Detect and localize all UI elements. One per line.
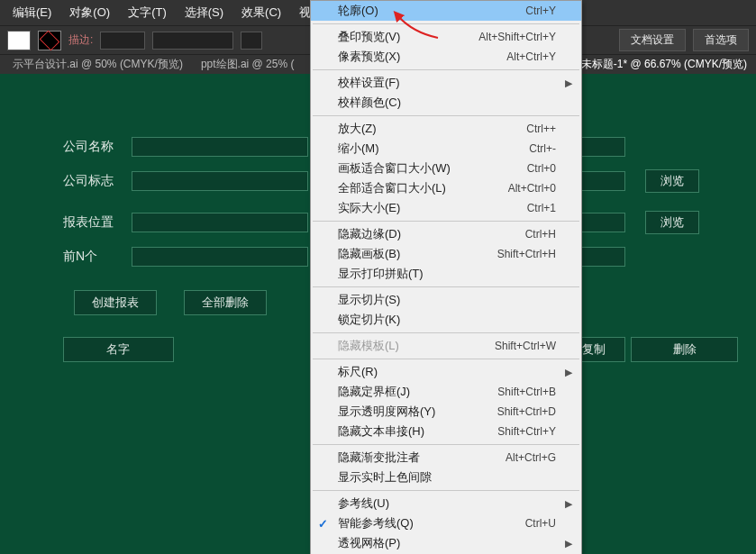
menu-item-outline[interactable]: 轮廓(O)Ctrl+Y bbox=[311, 1, 581, 21]
tab-doc2[interactable]: ppt绘图.ai @ 25% ( bbox=[192, 57, 304, 72]
input-company-name[interactable] bbox=[132, 137, 308, 157]
menu-item-fit-artboard[interactable]: 画板适合窗口大小(W)Ctrl+0 bbox=[311, 159, 581, 178]
menu-item-hide-gradient[interactable]: 隐藏渐变批注者Alt+Ctrl+G bbox=[311, 448, 581, 468]
menu-item-lock-slices[interactable]: 锁定切片(K) bbox=[311, 310, 581, 330]
label-top-n: 前N个 bbox=[63, 249, 123, 265]
menu-item-show-live-paint[interactable]: 显示实时上色间隙 bbox=[311, 468, 581, 487]
menu-text[interactable]: 文字(T) bbox=[119, 5, 176, 21]
menu-item-perspective-grid[interactable]: 透视网格(P)▶ bbox=[311, 533, 581, 553]
label-company-logo: 公司标志 bbox=[63, 173, 123, 189]
prefs-button[interactable]: 首选项 bbox=[693, 29, 749, 51]
input-company-logo[interactable] bbox=[132, 171, 308, 191]
check-icon: ✓ bbox=[318, 517, 328, 531]
col-delete: 删除 bbox=[631, 337, 738, 362]
opacity-select[interactable] bbox=[241, 32, 262, 50]
browse-button-1[interactable]: 浏览 bbox=[645, 169, 699, 193]
menu-item-overprint[interactable]: 叠印预览(V)Alt+Shift+Ctrl+Y bbox=[311, 27, 581, 47]
brush-select[interactable] bbox=[152, 32, 233, 50]
menu-item-show-slices[interactable]: 显示切片(S) bbox=[311, 290, 581, 310]
menu-item-guides[interactable]: 参考线(U)▶ bbox=[311, 494, 581, 513]
menu-item-actual-size[interactable]: 实际大小(E)Ctrl+1 bbox=[311, 198, 581, 218]
input-top-n[interactable] bbox=[132, 247, 308, 267]
label-company-name: 公司名称 bbox=[63, 139, 123, 155]
menu-item-proof-colors[interactable]: 校样颜色(C) bbox=[311, 93, 581, 113]
tab-doc1[interactable]: 示平台设计.ai @ 50% (CMYK/预览) bbox=[4, 57, 192, 72]
menu-item-proof-setup[interactable]: 校样设置(F)▶ bbox=[311, 73, 581, 93]
submenu-arrow-icon: ▶ bbox=[565, 367, 572, 378]
submenu-arrow-icon: ▶ bbox=[565, 77, 572, 89]
menu-item-show-tiling[interactable]: 显示打印拼贴(T) bbox=[311, 264, 581, 284]
menu-item-hide-bbox[interactable]: 隐藏定界框(J)Shift+Ctrl+B bbox=[311, 382, 581, 402]
menu-select[interactable]: 选择(S) bbox=[176, 5, 232, 21]
menu-object[interactable]: 对象(O) bbox=[60, 5, 119, 21]
stroke-weight-select[interactable] bbox=[100, 32, 145, 50]
menu-item-smart-guides[interactable]: ✓智能参考线(Q)Ctrl+U bbox=[311, 513, 581, 533]
menu-item-hide-thread[interactable]: 隐藏文本串接(H)Shift+Ctrl+Y bbox=[311, 422, 581, 441]
menu-edit[interactable]: 编辑(E) bbox=[4, 5, 60, 21]
col-name: 名字 bbox=[63, 337, 174, 362]
label-report-pos: 报表位置 bbox=[63, 214, 123, 231]
menu-item-fit-all[interactable]: 全部适合窗口大小(L)Alt+Ctrl+0 bbox=[311, 178, 581, 198]
stroke-label: 描边: bbox=[68, 32, 93, 48]
menu-item-rulers[interactable]: 标尺(R)▶ bbox=[311, 362, 581, 382]
fill-swatch[interactable] bbox=[7, 31, 31, 50]
input-report-pos[interactable] bbox=[132, 213, 308, 232]
stroke-swatch[interactable] bbox=[38, 31, 61, 50]
menu-item-hide-edges[interactable]: 隐藏边缘(D)Ctrl+H bbox=[311, 224, 581, 244]
create-report-button[interactable]: 创建报表 bbox=[74, 290, 157, 315]
menu-item-zoom-in[interactable]: 放大(Z)Ctrl++ bbox=[311, 119, 581, 139]
menu-item-pixel[interactable]: 像素预览(X)Alt+Ctrl+Y bbox=[311, 47, 581, 67]
delete-all-button[interactable]: 全部删除 bbox=[184, 290, 267, 315]
menu-item-show-transparency[interactable]: 显示透明度网格(Y)Shift+Ctrl+D bbox=[311, 402, 581, 422]
tab-doc3[interactable]: 未标题-1* @ 66.67% (CMYK/预览) bbox=[572, 57, 756, 72]
submenu-arrow-icon: ▶ bbox=[565, 498, 572, 510]
browse-button-2[interactable]: 浏览 bbox=[645, 211, 699, 234]
menu-item-hide-artboards[interactable]: 隐藏画板(B)Shift+Ctrl+H bbox=[311, 244, 581, 264]
menu-item-hide-template: 隐藏模板(L)Shift+Ctrl+W bbox=[311, 336, 581, 356]
view-menu-dropdown: 轮廓(O)Ctrl+Y 叠印预览(V)Alt+Shift+Ctrl+Y 像素预览… bbox=[310, 0, 582, 554]
submenu-arrow-icon: ▶ bbox=[565, 538, 572, 549]
menu-effect[interactable]: 效果(C) bbox=[232, 5, 290, 21]
doc-setup-button[interactable]: 文档设置 bbox=[619, 29, 686, 51]
menu-item-zoom-out[interactable]: 缩小(M)Ctrl+- bbox=[311, 139, 581, 159]
